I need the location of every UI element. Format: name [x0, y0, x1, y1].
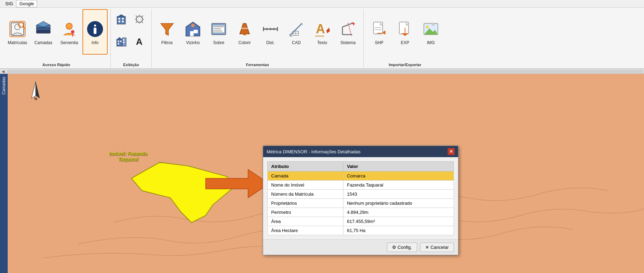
toolbar-group-acesso-rapido: Matrículas Camadas — [2, 9, 111, 68]
dist-button[interactable]: Dist. — [258, 9, 283, 55]
info-button[interactable]: Info — [82, 9, 108, 55]
colorir-button[interactable]: Colorir — [232, 9, 257, 55]
dialog-title-bar[interactable]: Métrica DIMENSOR - Informações Detalhada… — [263, 146, 458, 157]
exp-icon — [395, 19, 415, 39]
dist-label: Dist. — [266, 40, 275, 45]
svg-marker-60 — [326, 28, 330, 33]
dialog-footer: ⚙ Config. ✕ Cancelar — [263, 239, 458, 255]
table-cell-attribute: Proprietários — [268, 199, 343, 208]
importar-exportar-buttons: SHP EXP — [367, 9, 443, 61]
img-button[interactable]: IMG — [418, 9, 443, 55]
shp-button[interactable]: SHP — [367, 9, 392, 55]
svg-rect-36 — [194, 30, 198, 33]
table-row: Área617.455,59m² — [268, 217, 454, 226]
cad-icon — [287, 19, 306, 39]
exibicao-buttons: A — [114, 9, 149, 61]
table-cell-value: 617.455,59m² — [343, 217, 454, 226]
table-row: Número da Matrícula1543 — [268, 190, 454, 199]
config-label: Config. — [398, 245, 412, 250]
map-area[interactable]: N Imóvel: Fazenda Taquaral Métrica DIMEN… — [8, 74, 644, 273]
svg-rect-0 — [11, 23, 24, 35]
menu-bar: SIG Google — [0, 0, 644, 8]
scroll-track[interactable] — [7, 70, 643, 73]
sobre-label: Sobre — [213, 40, 224, 45]
cancelar-icon: ✕ — [425, 245, 429, 250]
svg-rect-25 — [118, 41, 119, 42]
text-a-icon: A — [133, 35, 146, 48]
svg-marker-33 — [161, 23, 173, 35]
vizinho-icon — [183, 19, 203, 39]
svg-rect-24 — [117, 39, 122, 46]
gear-icon — [133, 13, 146, 26]
svg-point-37 — [191, 24, 195, 27]
sobre-icon — [209, 19, 229, 39]
table-cell-value: Fazenda Taquaral — [343, 181, 454, 190]
building2-icon — [115, 35, 128, 48]
img-label: IMG — [427, 40, 435, 45]
svg-rect-44 — [240, 28, 249, 29]
building2-button[interactable] — [114, 31, 129, 52]
info-table: Atributo Valor CamadaComarcaNome do Imóv… — [267, 161, 454, 235]
config-button[interactable]: ⚙ Config. — [387, 243, 417, 252]
dialog-close-button[interactable]: ✕ — [448, 148, 455, 155]
property-label: Imóvel: Fazenda Taquaral — [109, 151, 147, 162]
sistema-icon — [338, 19, 358, 39]
exp-label: EXP — [401, 40, 409, 45]
svg-rect-18 — [118, 21, 120, 22]
filtros-button[interactable]: Filtros — [154, 9, 180, 55]
table-cell-value: Nenhum proprietário cadastrado — [343, 199, 454, 208]
camadas-label: Camadas — [34, 40, 52, 45]
svg-marker-74 — [401, 33, 408, 36]
acesso-rapido-group-label: Acesso Rápido — [42, 63, 70, 67]
building1-button[interactable] — [114, 9, 129, 30]
cad-label: CAD — [292, 40, 301, 45]
table-row: ProprietáriosNenhum proprietário cadastr… — [268, 199, 454, 208]
info-icon — [85, 19, 105, 39]
svg-rect-16 — [118, 18, 120, 20]
menu-sig[interactable]: SIG — [2, 0, 16, 7]
table-cell-value: 1543 — [343, 190, 454, 199]
svg-rect-29 — [123, 39, 124, 41]
table-cell-attribute: Área Hectare — [268, 226, 343, 235]
exp-button[interactable]: EXP — [392, 9, 418, 55]
cad-button[interactable]: CAD — [284, 9, 309, 55]
svg-rect-14 — [94, 28, 96, 34]
camadas-icon — [34, 19, 53, 39]
scroll-left-arrow[interactable]: ◄ — [0, 69, 6, 74]
menu-google[interactable]: Google — [16, 0, 37, 7]
matriculas-label: Matrículas — [8, 40, 27, 45]
gear-button[interactable] — [132, 9, 147, 30]
vizinho-button[interactable]: Vizinho — [180, 9, 205, 55]
ferramentas-buttons: Filtros Vizinho — [154, 9, 361, 61]
svg-rect-41 — [214, 28, 221, 29]
svg-line-65 — [348, 23, 352, 36]
sistema-button[interactable]: Sistema — [335, 9, 361, 55]
matriculas-button[interactable]: Matrículas — [5, 9, 30, 55]
camadas-button[interactable]: Camadas — [31, 9, 56, 55]
table-row: Nome do ImóvelFazenda Taquaral — [268, 181, 454, 190]
col-header-valor: Valor — [343, 162, 454, 172]
toolbar-group-importar-exportar: SHP EXP — [364, 9, 446, 68]
dist-icon — [261, 19, 280, 39]
filtros-label: Filtros — [161, 40, 173, 45]
toolbar: Matrículas Camadas — [0, 8, 644, 69]
svg-marker-31 — [116, 37, 123, 40]
table-cell-attribute: Nome do Imóvel — [268, 181, 343, 190]
svg-rect-30 — [123, 42, 124, 43]
horizontal-scrollbar[interactable]: ◄ — [0, 69, 644, 74]
svg-point-13 — [94, 24, 96, 27]
sidebar-tab-camadas[interactable]: Camadas — [0, 74, 8, 97]
text-a-button[interactable]: A — [132, 31, 147, 52]
table-cell-attribute: Número da Matrícula — [268, 190, 343, 199]
sobre-button[interactable]: Sobre — [206, 9, 231, 55]
table-cell-value: 4.894,29m — [343, 208, 454, 217]
svg-rect-26 — [120, 41, 122, 42]
table-row: Perímetro4.894,29m — [268, 208, 454, 217]
svg-rect-5 — [36, 30, 50, 33]
ferramentas-group-label: Ferramentas — [246, 63, 269, 67]
info-dialog: Métrica DIMENSOR - Informações Detalhada… — [263, 146, 458, 255]
matriculas-icon — [8, 19, 27, 39]
cancelar-button[interactable]: ✕ Cancelar — [420, 243, 454, 252]
texto-button[interactable]: A Texto — [310, 9, 335, 55]
serventia-button[interactable]: Serventia — [57, 9, 82, 55]
